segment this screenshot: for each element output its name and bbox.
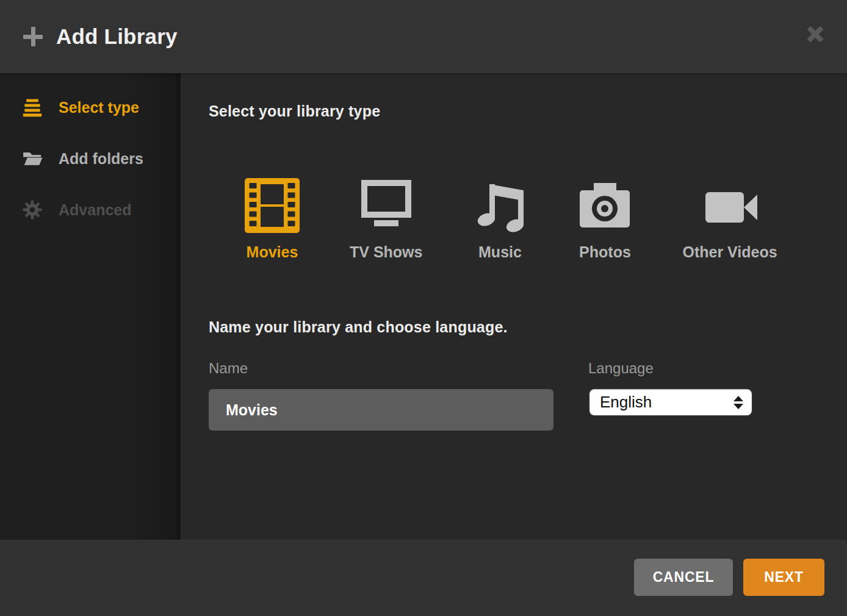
video-camera-icon	[702, 178, 757, 233]
library-type-label: Other Videos	[682, 243, 777, 261]
plus-icon	[23, 27, 43, 46]
language-field-label: Language	[588, 360, 654, 377]
library-type-movies[interactable]: Movies	[245, 178, 300, 261]
dialog-footer: CANCEL NEXT	[0, 540, 847, 616]
library-type-photos[interactable]: Photos	[577, 178, 632, 261]
select-type-heading: Select your library type	[209, 102, 380, 120]
sidebar-item-select-type[interactable]: Select type	[0, 82, 176, 133]
camera-icon	[577, 178, 632, 233]
name-field-label: Name	[209, 360, 248, 377]
film-strip-icon	[245, 178, 300, 233]
library-type-label: TV Shows	[350, 243, 422, 261]
dialog-header: Add Library	[0, 0, 847, 73]
sidebar-item-add-folders[interactable]: Add folders	[0, 133, 176, 184]
language-select-value: English	[600, 393, 652, 412]
close-icon[interactable]	[806, 24, 825, 44]
sidebar-item-label: Advanced	[59, 201, 131, 219]
language-select[interactable]: English	[588, 388, 753, 417]
library-type-label: Music	[478, 243, 522, 261]
library-type-row: Movies TV Shows Music	[245, 178, 777, 261]
library-name-input[interactable]	[209, 389, 553, 431]
main-panel: Select your library type	[185, 73, 847, 540]
sidebar-item-label: Select type	[59, 99, 139, 116]
library-type-music[interactable]: Music	[472, 178, 527, 261]
name-language-heading: Name your library and choose language.	[209, 318, 508, 336]
list-icon	[22, 97, 43, 118]
next-button[interactable]: NEXT	[743, 559, 824, 596]
dialog-title: Add Library	[56, 24, 178, 49]
select-arrows-icon	[733, 396, 743, 409]
folder-open-icon	[22, 148, 43, 169]
sidebar-item-advanced[interactable]: Advanced	[0, 184, 176, 235]
gear-icon	[22, 199, 43, 220]
music-note-icon	[472, 178, 527, 233]
library-type-label: Photos	[579, 243, 631, 261]
library-type-label: Movies	[247, 243, 298, 261]
wizard-steps-sidebar: Select type Add folders	[0, 73, 181, 540]
cancel-button[interactable]: CANCEL	[634, 559, 733, 596]
sidebar-item-label: Add folders	[59, 150, 143, 168]
tv-icon	[359, 178, 414, 233]
library-type-other-videos[interactable]: Other Videos	[682, 178, 777, 261]
library-type-tv-shows[interactable]: TV Shows	[350, 178, 422, 261]
